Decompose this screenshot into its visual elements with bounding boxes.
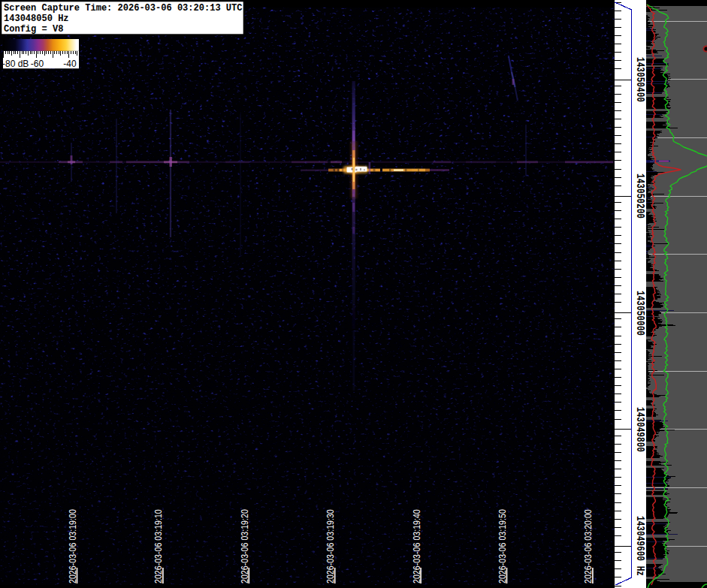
svg-text:143050200: 143050200 [634,173,646,219]
svg-text:2026-03-06 03:19:50: 2026-03-06 03:19:50 [497,509,508,583]
svg-text:2026-03-06 03:19:30: 2026-03-06 03:19:30 [325,509,336,583]
svg-text:-40: -40 [63,59,77,69]
svg-text:143050400: 143050400 [634,57,646,102]
svg-text:2026-03-06 03:20:00: 2026-03-06 03:20:00 [582,509,594,583]
svg-text:Config = V8: Config = V8 [4,24,63,35]
svg-text:2026-03-06 03:19:10: 2026-03-06 03:19:10 [153,509,164,583]
svg-text:143048050 Hz: 143048050 Hz [4,14,69,24]
svg-text:-60: -60 [31,59,44,69]
svg-text:143049800: 143049800 [634,407,646,452]
svg-text:-80 dB: -80 dB [2,59,29,69]
svg-text:2026-03-06 03:19:40: 2026-03-06 03:19:40 [411,509,422,583]
svg-text:2026-03-06 03:19:20: 2026-03-06 03:19:20 [239,509,250,583]
svg-text:2026-03-06 03:19:00: 2026-03-06 03:19:00 [67,509,78,583]
svg-text:143049600 Hz: 143049600 Hz [634,516,646,576]
svg-text:143050000: 143050000 [634,291,646,336]
svg-text:Screen Capture Time: 2026-03-0: Screen Capture Time: 2026-03-06 03:20:13… [4,3,243,14]
